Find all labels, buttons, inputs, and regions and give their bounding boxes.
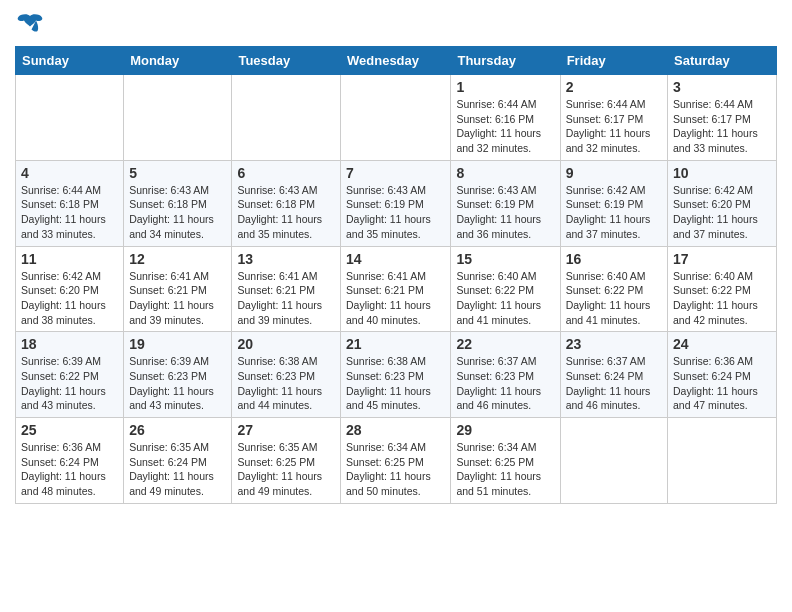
cell-day-number: 5 <box>129 165 226 181</box>
cell-day-info: Sunrise: 6:35 AM Sunset: 6:24 PM Dayligh… <box>129 440 226 499</box>
cell-day-info: Sunrise: 6:36 AM Sunset: 6:24 PM Dayligh… <box>673 354 771 413</box>
calendar-col-header: Monday <box>124 47 232 75</box>
cell-day-info: Sunrise: 6:40 AM Sunset: 6:22 PM Dayligh… <box>566 269 662 328</box>
calendar-cell: 7Sunrise: 6:43 AM Sunset: 6:19 PM Daylig… <box>341 160 451 246</box>
calendar-cell: 23Sunrise: 6:37 AM Sunset: 6:24 PM Dayli… <box>560 332 667 418</box>
cell-day-number: 11 <box>21 251 118 267</box>
cell-day-info: Sunrise: 6:43 AM Sunset: 6:18 PM Dayligh… <box>129 183 226 242</box>
calendar-cell <box>341 75 451 161</box>
cell-day-info: Sunrise: 6:42 AM Sunset: 6:19 PM Dayligh… <box>566 183 662 242</box>
cell-day-number: 6 <box>237 165 335 181</box>
calendar-cell: 14Sunrise: 6:41 AM Sunset: 6:21 PM Dayli… <box>341 246 451 332</box>
cell-day-info: Sunrise: 6:39 AM Sunset: 6:23 PM Dayligh… <box>129 354 226 413</box>
cell-day-info: Sunrise: 6:44 AM Sunset: 6:18 PM Dayligh… <box>21 183 118 242</box>
cell-day-number: 18 <box>21 336 118 352</box>
cell-day-number: 17 <box>673 251 771 267</box>
calendar-cell: 4Sunrise: 6:44 AM Sunset: 6:18 PM Daylig… <box>16 160 124 246</box>
calendar-cell: 3Sunrise: 6:44 AM Sunset: 6:17 PM Daylig… <box>668 75 777 161</box>
logo <box>15 10 49 40</box>
cell-day-number: 23 <box>566 336 662 352</box>
cell-day-info: Sunrise: 6:35 AM Sunset: 6:25 PM Dayligh… <box>237 440 335 499</box>
cell-day-number: 16 <box>566 251 662 267</box>
cell-day-number: 22 <box>456 336 554 352</box>
cell-day-number: 20 <box>237 336 335 352</box>
cell-day-number: 25 <box>21 422 118 438</box>
cell-day-number: 27 <box>237 422 335 438</box>
calendar-cell <box>668 418 777 504</box>
calendar-week-row: 1Sunrise: 6:44 AM Sunset: 6:16 PM Daylig… <box>16 75 777 161</box>
cell-day-number: 1 <box>456 79 554 95</box>
calendar-cell <box>232 75 341 161</box>
cell-day-number: 28 <box>346 422 445 438</box>
cell-day-info: Sunrise: 6:43 AM Sunset: 6:19 PM Dayligh… <box>346 183 445 242</box>
cell-day-info: Sunrise: 6:34 AM Sunset: 6:25 PM Dayligh… <box>346 440 445 499</box>
cell-day-number: 12 <box>129 251 226 267</box>
cell-day-number: 9 <box>566 165 662 181</box>
calendar-cell: 8Sunrise: 6:43 AM Sunset: 6:19 PM Daylig… <box>451 160 560 246</box>
calendar-cell: 2Sunrise: 6:44 AM Sunset: 6:17 PM Daylig… <box>560 75 667 161</box>
cell-day-number: 13 <box>237 251 335 267</box>
cell-day-info: Sunrise: 6:41 AM Sunset: 6:21 PM Dayligh… <box>237 269 335 328</box>
calendar-cell: 24Sunrise: 6:36 AM Sunset: 6:24 PM Dayli… <box>668 332 777 418</box>
calendar-cell: 11Sunrise: 6:42 AM Sunset: 6:20 PM Dayli… <box>16 246 124 332</box>
calendar-table: SundayMondayTuesdayWednesdayThursdayFrid… <box>15 46 777 504</box>
cell-day-number: 29 <box>456 422 554 438</box>
logo-bird-icon <box>15 10 45 40</box>
calendar-cell: 6Sunrise: 6:43 AM Sunset: 6:18 PM Daylig… <box>232 160 341 246</box>
calendar-col-header: Wednesday <box>341 47 451 75</box>
calendar-cell: 27Sunrise: 6:35 AM Sunset: 6:25 PM Dayli… <box>232 418 341 504</box>
calendar-header-row: SundayMondayTuesdayWednesdayThursdayFrid… <box>16 47 777 75</box>
calendar-week-row: 18Sunrise: 6:39 AM Sunset: 6:22 PM Dayli… <box>16 332 777 418</box>
calendar-cell: 21Sunrise: 6:38 AM Sunset: 6:23 PM Dayli… <box>341 332 451 418</box>
cell-day-info: Sunrise: 6:42 AM Sunset: 6:20 PM Dayligh… <box>673 183 771 242</box>
cell-day-number: 10 <box>673 165 771 181</box>
calendar-cell: 17Sunrise: 6:40 AM Sunset: 6:22 PM Dayli… <box>668 246 777 332</box>
cell-day-info: Sunrise: 6:42 AM Sunset: 6:20 PM Dayligh… <box>21 269 118 328</box>
cell-day-info: Sunrise: 6:38 AM Sunset: 6:23 PM Dayligh… <box>237 354 335 413</box>
cell-day-info: Sunrise: 6:40 AM Sunset: 6:22 PM Dayligh… <box>673 269 771 328</box>
calendar-cell <box>16 75 124 161</box>
calendar-col-header: Friday <box>560 47 667 75</box>
calendar-cell <box>124 75 232 161</box>
calendar-col-header: Thursday <box>451 47 560 75</box>
page-header <box>15 10 777 40</box>
cell-day-number: 8 <box>456 165 554 181</box>
cell-day-info: Sunrise: 6:43 AM Sunset: 6:19 PM Dayligh… <box>456 183 554 242</box>
calendar-cell: 10Sunrise: 6:42 AM Sunset: 6:20 PM Dayli… <box>668 160 777 246</box>
cell-day-number: 2 <box>566 79 662 95</box>
calendar-cell: 18Sunrise: 6:39 AM Sunset: 6:22 PM Dayli… <box>16 332 124 418</box>
cell-day-number: 24 <box>673 336 771 352</box>
cell-day-info: Sunrise: 6:37 AM Sunset: 6:24 PM Dayligh… <box>566 354 662 413</box>
cell-day-info: Sunrise: 6:41 AM Sunset: 6:21 PM Dayligh… <box>346 269 445 328</box>
cell-day-info: Sunrise: 6:40 AM Sunset: 6:22 PM Dayligh… <box>456 269 554 328</box>
cell-day-info: Sunrise: 6:34 AM Sunset: 6:25 PM Dayligh… <box>456 440 554 499</box>
calendar-cell: 26Sunrise: 6:35 AM Sunset: 6:24 PM Dayli… <box>124 418 232 504</box>
calendar-cell: 16Sunrise: 6:40 AM Sunset: 6:22 PM Dayli… <box>560 246 667 332</box>
calendar-cell: 12Sunrise: 6:41 AM Sunset: 6:21 PM Dayli… <box>124 246 232 332</box>
cell-day-info: Sunrise: 6:38 AM Sunset: 6:23 PM Dayligh… <box>346 354 445 413</box>
calendar-week-row: 25Sunrise: 6:36 AM Sunset: 6:24 PM Dayli… <box>16 418 777 504</box>
cell-day-number: 3 <box>673 79 771 95</box>
cell-day-info: Sunrise: 6:44 AM Sunset: 6:17 PM Dayligh… <box>566 97 662 156</box>
calendar-col-header: Sunday <box>16 47 124 75</box>
calendar-cell: 20Sunrise: 6:38 AM Sunset: 6:23 PM Dayli… <box>232 332 341 418</box>
cell-day-number: 4 <box>21 165 118 181</box>
cell-day-number: 15 <box>456 251 554 267</box>
calendar-cell: 9Sunrise: 6:42 AM Sunset: 6:19 PM Daylig… <box>560 160 667 246</box>
calendar-week-row: 4Sunrise: 6:44 AM Sunset: 6:18 PM Daylig… <box>16 160 777 246</box>
cell-day-number: 26 <box>129 422 226 438</box>
calendar-cell: 22Sunrise: 6:37 AM Sunset: 6:23 PM Dayli… <box>451 332 560 418</box>
calendar-col-header: Saturday <box>668 47 777 75</box>
cell-day-info: Sunrise: 6:36 AM Sunset: 6:24 PM Dayligh… <box>21 440 118 499</box>
cell-day-info: Sunrise: 6:41 AM Sunset: 6:21 PM Dayligh… <box>129 269 226 328</box>
cell-day-number: 7 <box>346 165 445 181</box>
calendar-cell <box>560 418 667 504</box>
calendar-cell: 25Sunrise: 6:36 AM Sunset: 6:24 PM Dayli… <box>16 418 124 504</box>
cell-day-info: Sunrise: 6:37 AM Sunset: 6:23 PM Dayligh… <box>456 354 554 413</box>
calendar-cell: 15Sunrise: 6:40 AM Sunset: 6:22 PM Dayli… <box>451 246 560 332</box>
cell-day-info: Sunrise: 6:44 AM Sunset: 6:17 PM Dayligh… <box>673 97 771 156</box>
calendar-cell: 29Sunrise: 6:34 AM Sunset: 6:25 PM Dayli… <box>451 418 560 504</box>
calendar-col-header: Tuesday <box>232 47 341 75</box>
cell-day-info: Sunrise: 6:43 AM Sunset: 6:18 PM Dayligh… <box>237 183 335 242</box>
cell-day-info: Sunrise: 6:39 AM Sunset: 6:22 PM Dayligh… <box>21 354 118 413</box>
